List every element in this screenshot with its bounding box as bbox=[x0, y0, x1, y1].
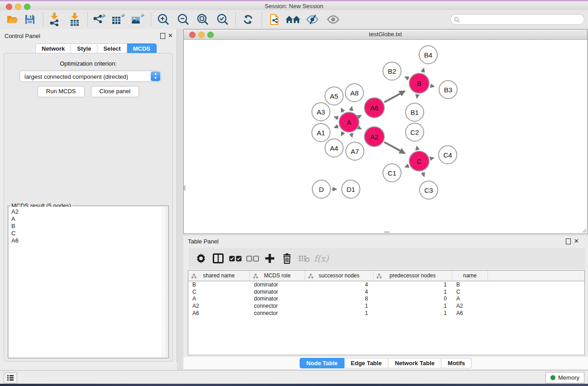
table-cell[interactable]: C bbox=[188, 289, 250, 296]
vertical-scroll-indicator[interactable] bbox=[184, 186, 186, 191]
refresh-button[interactable] bbox=[240, 12, 256, 27]
table-cell[interactable]: 1 bbox=[305, 310, 373, 317]
delete-table-button[interactable] bbox=[296, 250, 313, 267]
node-A2[interactable]: A2 bbox=[364, 126, 385, 147]
edge-B-B1[interactable] bbox=[417, 95, 417, 99]
edge-A-A6[interactable] bbox=[359, 115, 362, 116]
node-B1[interactable]: B1 bbox=[405, 103, 424, 122]
zoom-in-button[interactable] bbox=[155, 12, 172, 27]
home-button[interactable] bbox=[285, 12, 301, 27]
edge-C-C2[interactable] bbox=[417, 146, 417, 150]
table-cell[interactable]: 1 bbox=[373, 303, 452, 310]
edge-B-B2[interactable] bbox=[405, 77, 409, 79]
export-table-button[interactable] bbox=[110, 12, 126, 27]
zoom-selected-button[interactable] bbox=[215, 12, 231, 27]
node-B3[interactable]: B3 bbox=[439, 80, 458, 99]
task-history-button[interactable] bbox=[4, 372, 17, 383]
edge-A-A5[interactable] bbox=[341, 108, 343, 112]
result-scrollbar[interactable] bbox=[162, 207, 167, 357]
edge-B-B3[interactable] bbox=[430, 86, 434, 86]
zoom-fit-button[interactable] bbox=[195, 12, 211, 27]
node-table[interactable]: shared nameMCDS rolesuccessor nodesprede… bbox=[188, 270, 585, 355]
new-session-button[interactable] bbox=[267, 12, 283, 27]
node-C2[interactable]: C2 bbox=[405, 123, 424, 142]
node-C4[interactable]: C4 bbox=[438, 145, 457, 164]
run-mcds-button[interactable]: Run MCDS bbox=[38, 86, 85, 97]
node-C[interactable]: C bbox=[409, 151, 430, 172]
node-A3[interactable]: A3 bbox=[311, 102, 330, 121]
column-header-name[interactable]: name bbox=[452, 271, 488, 281]
node-B4[interactable]: B4 bbox=[419, 45, 438, 64]
resize-grip-icon[interactable] bbox=[582, 229, 587, 233]
table-cell[interactable]: connector bbox=[250, 303, 305, 310]
node-A4[interactable]: A4 bbox=[325, 138, 344, 157]
edge-C-C4[interactable] bbox=[430, 158, 434, 159]
result-item[interactable]: C bbox=[11, 230, 167, 237]
node-B[interactable]: B bbox=[409, 73, 430, 94]
close-panel-button[interactable]: Close panel bbox=[91, 86, 139, 97]
column-header-shared-name[interactable]: shared name bbox=[188, 271, 250, 281]
table-cell[interactable]: A6 bbox=[188, 310, 250, 317]
node-D[interactable]: D bbox=[312, 180, 331, 199]
column-header-predecessor-nodes[interactable]: predecessor nodes bbox=[373, 271, 452, 281]
node-C3[interactable]: C3 bbox=[419, 181, 438, 200]
edge-B-B4[interactable] bbox=[423, 68, 424, 73]
node-A7[interactable]: A7 bbox=[345, 142, 364, 161]
mcds-result-list[interactable]: A2ABCA6 bbox=[9, 207, 167, 357]
float-table-panel-icon[interactable] bbox=[566, 238, 571, 245]
column-header-mcds-role[interactable]: MCDS role bbox=[250, 271, 305, 281]
table-cell[interactable]: dominator bbox=[250, 289, 305, 296]
edge-A-A4[interactable] bbox=[341, 132, 344, 136]
table-row[interactable]: Bdominator41B bbox=[188, 281, 584, 289]
tab-edge-table[interactable]: Edge Table bbox=[344, 358, 388, 368]
node-D1[interactable]: D1 bbox=[341, 180, 360, 199]
table-cell[interactable]: 1 bbox=[373, 281, 452, 289]
table-row[interactable]: Cdominator41C bbox=[188, 289, 584, 296]
node-A8[interactable]: A8 bbox=[345, 83, 364, 102]
edge-C-C3[interactable] bbox=[423, 172, 425, 177]
search-input[interactable] bbox=[460, 15, 584, 24]
result-item[interactable]: A bbox=[11, 215, 167, 223]
table-cell[interactable]: 0 bbox=[373, 295, 452, 303]
save-session-button[interactable] bbox=[22, 12, 38, 27]
table-row[interactable]: A6connector11A6 bbox=[188, 310, 584, 317]
float-panel-icon[interactable] bbox=[160, 33, 165, 40]
tab-motifs[interactable]: Motifs bbox=[441, 358, 472, 368]
edge-A-A2[interactable] bbox=[359, 128, 362, 129]
node-A1[interactable]: A1 bbox=[311, 123, 330, 142]
zoom-out-button[interactable] bbox=[175, 12, 191, 27]
table-cell[interactable]: 4 bbox=[305, 281, 373, 289]
node-C1[interactable]: C1 bbox=[382, 163, 402, 182]
table-cell[interactable]: B bbox=[188, 281, 250, 289]
edge-A2-C[interactable] bbox=[384, 142, 405, 153]
table-row[interactable]: A2connector11A2 bbox=[188, 303, 584, 310]
function-builder-button[interactable]: f(x) bbox=[313, 250, 330, 267]
memory-button[interactable]: Memory bbox=[545, 372, 584, 383]
table-cell[interactable]: 1 bbox=[373, 289, 452, 296]
table-row[interactable]: Adominator80A bbox=[188, 295, 584, 303]
export-network-button[interactable] bbox=[91, 12, 107, 27]
horizontal-scroll-indicator[interactable] bbox=[384, 231, 389, 233]
show-columns-button[interactable] bbox=[210, 250, 227, 267]
table-cell[interactable]: A2 bbox=[188, 303, 250, 310]
table-cell[interactable]: A bbox=[452, 295, 488, 303]
export-image-button[interactable] bbox=[129, 12, 146, 27]
table-cell[interactable]: dominator bbox=[250, 295, 305, 303]
criterion-dropdown[interactable]: largest connected component (directed) ▲… bbox=[19, 71, 161, 82]
unselect-all-columns-button[interactable] bbox=[244, 250, 261, 267]
edge-A-A3[interactable] bbox=[334, 117, 338, 119]
import-table-button[interactable] bbox=[67, 12, 83, 27]
node-A6[interactable]: A6 bbox=[364, 97, 385, 118]
create-column-button[interactable] bbox=[261, 250, 278, 267]
table-cell[interactable]: 4 bbox=[305, 289, 373, 296]
table-cell[interactable]: connector bbox=[250, 310, 305, 317]
open-session-button[interactable] bbox=[5, 12, 21, 27]
node-A[interactable]: A bbox=[339, 112, 359, 133]
result-item[interactable]: B bbox=[11, 223, 167, 230]
table-settings-button[interactable] bbox=[192, 250, 210, 267]
table-cell[interactable]: A2 bbox=[452, 303, 488, 310]
table-cell[interactable]: 1 bbox=[373, 310, 452, 317]
edge-A-A8[interactable] bbox=[351, 106, 352, 111]
select-all-columns-button[interactable] bbox=[227, 250, 244, 267]
table-cell[interactable]: 1 bbox=[305, 303, 373, 310]
